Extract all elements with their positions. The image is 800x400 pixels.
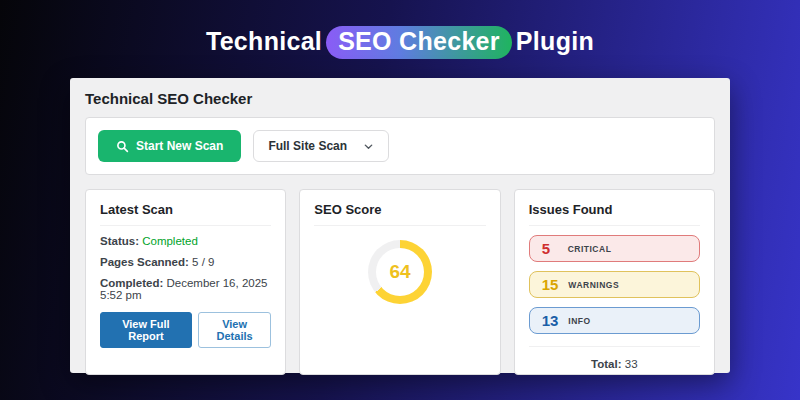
issues-total: Total: 33 bbox=[529, 346, 700, 370]
seo-score-heading: SEO Score bbox=[314, 202, 485, 226]
issues-found-panel: Issues Found 5 CRITICAL 15 WARNINGS 13 I… bbox=[514, 189, 715, 375]
issues-found-heading: Issues Found bbox=[529, 202, 700, 226]
warnings-count: 15 bbox=[542, 276, 559, 293]
warnings-label: WARNINGS bbox=[568, 280, 619, 290]
info-issues-box: 13 INFO bbox=[529, 307, 700, 334]
completed-label: Completed: bbox=[100, 277, 163, 289]
plugin-heading: Technical SEO Checker bbox=[85, 90, 715, 107]
info-count: 13 bbox=[542, 312, 559, 329]
latest-scan-heading: Latest Scan bbox=[100, 202, 271, 226]
status-label: Status: bbox=[100, 235, 139, 247]
plugin-admin-card: Technical SEO Checker Start New Scan Ful… bbox=[70, 78, 730, 373]
latest-scan-actions: View Full Report View Details bbox=[100, 312, 271, 348]
seo-score-donut: 64 bbox=[368, 240, 432, 304]
start-new-scan-label: Start New Scan bbox=[136, 139, 223, 153]
issues-total-value: 33 bbox=[625, 358, 638, 370]
chevron-down-icon bbox=[363, 141, 374, 152]
scan-type-select[interactable]: Full Site Scan bbox=[253, 130, 389, 162]
warnings-issues-box: 15 WARNINGS bbox=[529, 271, 700, 298]
issues-total-label: Total: bbox=[591, 358, 621, 370]
page-title-suffix: Plugin bbox=[516, 27, 594, 55]
pages-scanned-row: Pages Scanned: 5 / 9 bbox=[100, 256, 271, 268]
seo-score-value: 64 bbox=[368, 240, 432, 304]
pages-scanned-value: 5 / 9 bbox=[192, 256, 214, 268]
seo-score-panel: SEO Score 64 bbox=[299, 189, 500, 375]
latest-scan-panel: Latest Scan Status: Completed Pages Scan… bbox=[85, 189, 286, 375]
start-new-scan-button[interactable]: Start New Scan bbox=[98, 130, 241, 162]
scan-toolbar: Start New Scan Full Site Scan bbox=[85, 117, 715, 175]
page-background: TechnicalSEO CheckerPlugin Technical SEO… bbox=[0, 0, 800, 400]
scan-status-row: Status: Completed bbox=[100, 235, 271, 247]
completed-row: Completed: December 16, 2025 5:52 pm bbox=[100, 277, 271, 301]
view-details-button[interactable]: View Details bbox=[198, 312, 271, 348]
scan-type-value: Full Site Scan bbox=[268, 139, 347, 153]
info-label: INFO bbox=[568, 316, 590, 326]
status-value: Completed bbox=[142, 235, 198, 247]
title-highlight-badge: SEO Checker bbox=[326, 26, 512, 59]
search-icon bbox=[116, 140, 129, 153]
critical-issues-box: 5 CRITICAL bbox=[529, 235, 700, 262]
critical-label: CRITICAL bbox=[568, 244, 612, 254]
dashboard-panels: Latest Scan Status: Completed Pages Scan… bbox=[85, 189, 715, 375]
page-title-prefix: Technical bbox=[206, 27, 322, 55]
page-title: TechnicalSEO CheckerPlugin bbox=[0, 26, 800, 59]
pages-scanned-label: Pages Scanned: bbox=[100, 256, 189, 268]
view-full-report-button[interactable]: View Full Report bbox=[100, 312, 192, 348]
critical-count: 5 bbox=[542, 240, 558, 257]
